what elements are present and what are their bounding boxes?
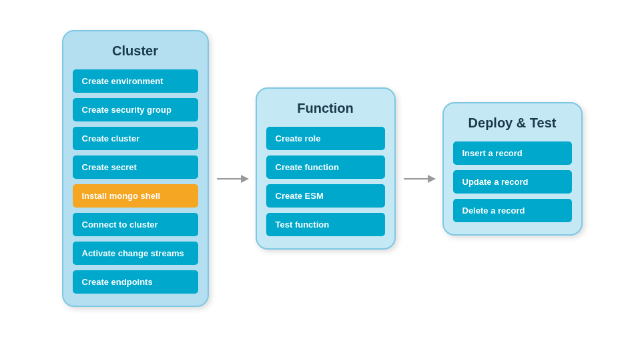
deploy-title: Deploy & Test [468,115,557,131]
deploy-item-2[interactable]: Delete a record [453,199,572,222]
cluster-item-6[interactable]: Activate change streams [73,242,198,265]
deploy-panel: Deploy & Test Insert a record Update a r… [442,102,583,236]
deploy-items: Insert a record Update a record Delete a… [453,141,572,222]
cluster-item-0[interactable]: Create environment [73,69,198,93]
function-title: Function [297,101,353,116]
cluster-title: Cluster [112,43,158,59]
arrow-1 [209,171,256,187]
cluster-item-3[interactable]: Create secret [73,155,198,179]
cluster-item-7[interactable]: Create endpoints [73,270,198,294]
cluster-items: Create environment Create security group… [73,69,198,294]
function-panel: Function Create role Create function Cre… [256,87,396,250]
cluster-item-5[interactable]: Connect to cluster [73,213,198,236]
function-item-2[interactable]: Create ESM [266,184,385,208]
cluster-item-4[interactable]: Install mongo shell [73,184,198,208]
arrow-2 [396,171,442,187]
function-item-1[interactable]: Create function [266,155,385,179]
function-items: Create role Create function Create ESM T… [266,127,385,236]
cluster-item-1[interactable]: Create security group [73,98,198,121]
function-item-0[interactable]: Create role [266,127,385,150]
diagram: Cluster Create environment Create securi… [49,17,596,320]
cluster-panel: Cluster Create environment Create securi… [62,30,209,307]
svg-marker-1 [241,175,249,183]
deploy-item-0[interactable]: Insert a record [453,141,572,165]
cluster-item-2[interactable]: Create cluster [73,127,198,150]
function-item-3[interactable]: Test function [266,213,385,236]
deploy-item-1[interactable]: Update a record [453,170,572,194]
svg-marker-3 [428,175,436,183]
